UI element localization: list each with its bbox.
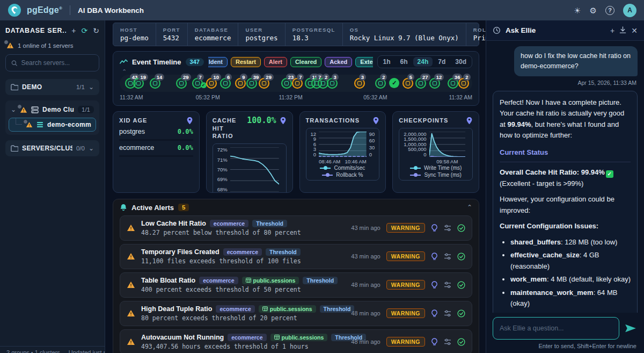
insight-lightbulb-icon[interactable] [431, 253, 438, 261]
history-clock-icon[interactable] [493, 26, 501, 34]
send-icon[interactable] [624, 322, 638, 334]
checkpoints-chart: 2,000,0001,500,0001,000,000500,000009:58… [399, 128, 473, 181]
alert-row[interactable]: Autovacuum Not Runningecommercepublic.se… [120, 329, 472, 353]
timeline-event[interactable]: 7 [292, 78, 303, 89]
user-avatar[interactable]: A [623, 4, 636, 17]
ask-ellie-input[interactable] [500, 325, 612, 332]
filter-chip-cleared[interactable]: Cleared [290, 57, 321, 67]
pin-icon[interactable] [186, 117, 193, 125]
insight-lightbulb-icon[interactable] [431, 281, 438, 289]
alert-row[interactable]: Table Bloat Ratioecommercepublic.session… [120, 272, 472, 298]
search-servers-input[interactable] [21, 59, 93, 67]
range-7d[interactable]: 7d [434, 57, 450, 67]
tune-sliders-icon[interactable] [444, 225, 451, 232]
range-30d[interactable]: 30d [451, 57, 471, 67]
timeline-event[interactable]: 6 [220, 78, 231, 89]
insight-lightbulb-icon[interactable] [431, 338, 438, 346]
alert-row[interactable]: High Dead Tuple Ratioecommercepublic.ses… [120, 301, 472, 326]
pin-icon[interactable] [280, 117, 287, 125]
timeline-event[interactable]: 29 [259, 78, 269, 89]
collapse-caret-icon[interactable]: ⌃ [122, 69, 472, 74]
theme-toggle-icon[interactable]: ☀ [574, 6, 581, 15]
event-timeline-card: Event Timeline 347 ConfigHBAIdentRestart… [113, 51, 479, 106]
new-chat-icon[interactable]: + [610, 27, 614, 34]
host-col-os: OSRocky Linux 9.7 (Blue Onyx) [342, 23, 466, 46]
timeline-event[interactable]: 39 [246, 78, 257, 89]
collapse-icon[interactable]: ⌃ [467, 205, 472, 210]
legend-item: Rollback % [322, 172, 363, 178]
insight-lightbulb-icon[interactable] [431, 309, 438, 318]
cluster-icon [31, 106, 39, 113]
timeline-event[interactable]: 2 [375, 78, 386, 89]
tune-sliders-icon[interactable] [444, 253, 451, 260]
timeline-event[interactable]: 29 [176, 78, 187, 89]
acknowledge-check-icon[interactable] [457, 338, 465, 346]
warning-triangle-icon [127, 224, 135, 232]
filter-chip-alert[interactable]: Alert [264, 57, 287, 67]
add-server-icon[interactable]: + [71, 27, 76, 34]
refresh-icon[interactable]: ↻ [93, 27, 99, 34]
severity-badge: WARNING [386, 251, 425, 261]
alert-row[interactable]: Low Cache Hit RatioecommerceThreshold48.… [120, 215, 472, 241]
chat-hint-text: Enter to send, Shift+Enter for newline [486, 341, 644, 353]
filter-chip-restart[interactable]: Restart [231, 57, 261, 67]
insight-lightbulb-icon[interactable] [431, 224, 438, 232]
range-1h[interactable]: 1h [379, 57, 395, 67]
legend-item: Write Time (ms) [410, 165, 462, 171]
timeline-range-selector: 1h6h24h7d30d [377, 55, 472, 68]
check-emoji: ✓ [606, 170, 613, 178]
chevron-down-icon[interactable]: ⌄ [89, 146, 94, 150]
timeline-event[interactable]: 7✓ [192, 78, 203, 89]
help-icon[interactable]: ? [605, 6, 614, 15]
timeline-event[interactable]: 27 [415, 78, 426, 89]
acknowledge-check-icon[interactable] [457, 253, 465, 261]
filter-chip-extension[interactable]: Extension [355, 57, 372, 67]
alert-row[interactable]: Temporary Files CreatedecommerceThreshol… [120, 244, 472, 269]
sync-icon[interactable]: ⟳ [82, 27, 88, 34]
tune-sliders-icon[interactable] [444, 338, 451, 345]
sidebar-group-demo[interactable]: DEMO 1/1 ⌄ [5, 79, 99, 95]
checkpoints-card: CHECKPOINTS 2,000,0001,500,0001,000,0005… [392, 111, 479, 193]
pin-icon[interactable] [372, 117, 379, 125]
ai-section-heading: Current Status [500, 147, 631, 163]
timeline-time-label: 05:32 PM [196, 94, 220, 100]
tune-sliders-icon[interactable] [444, 282, 451, 289]
timeline-event[interactable]: 36 [448, 78, 458, 89]
timeline-event[interactable]: 12 [429, 78, 440, 89]
acknowledge-check-icon[interactable] [457, 281, 465, 289]
chevron-down-icon[interactable]: ⌄ [89, 85, 94, 89]
chevron-down-icon[interactable]: ⌄ [11, 107, 16, 112]
timeline-event[interactable]: 5 [402, 78, 413, 89]
close-icon[interactable]: ✕ [631, 27, 638, 34]
filter-chip-acked[interactable]: Acked [325, 57, 352, 67]
chat-messages[interactable]: how do I fix the low cache hit ratio on … [486, 41, 644, 313]
download-icon[interactable] [619, 26, 626, 35]
timeline-event[interactable]: ✓ [389, 78, 400, 89]
timeline-event[interactable]: 2 [458, 78, 469, 89]
range-6h[interactable]: 6h [396, 57, 412, 67]
timeline-event[interactable]: 19 [133, 78, 144, 89]
timeline-event[interactable]: 10 [206, 78, 217, 89]
acknowledge-check-icon[interactable] [457, 224, 465, 232]
alert-tag-threshold: Threshold [266, 248, 301, 256]
filter-chip-ident[interactable]: Ident [208, 57, 228, 67]
acknowledge-check-icon[interactable] [457, 309, 465, 318]
pin-icon[interactable] [466, 117, 473, 125]
sidebar-server-demo-ecommerce[interactable]: demo-ecommerce [9, 118, 96, 132]
sidebar-group-servers-clusters[interactable]: SERVERS/CLUSTE... 0/0 ⌄ [5, 140, 99, 156]
timeline-event[interactable]: 14 [150, 78, 160, 89]
range-24h[interactable]: 24h [413, 57, 433, 67]
legend-item: Commits/sec [320, 165, 365, 171]
alert-tag-db: ecommerce [228, 334, 266, 341]
timeline-event[interactable]: 9 [235, 78, 246, 89]
cache-hit-chart: 72%71%70%69%68%08:22 AM10:46 AM [213, 143, 287, 192]
timeline-time-label: 05:32 AM [363, 94, 387, 100]
tune-sliders-icon[interactable] [444, 310, 451, 317]
timeline-event[interactable]: 3 [354, 78, 365, 89]
chat-input-box [493, 317, 619, 340]
alert-tag-db: ecommerce [216, 305, 254, 313]
sidebar-cluster-demo[interactable]: ⌄ Demo Cluster 1/1 [9, 104, 96, 118]
timeline-event[interactable]: 23 [281, 78, 292, 89]
timeline-event[interactable]: 3 [327, 78, 338, 89]
settings-gear-icon[interactable]: ⚙ [590, 6, 597, 15]
